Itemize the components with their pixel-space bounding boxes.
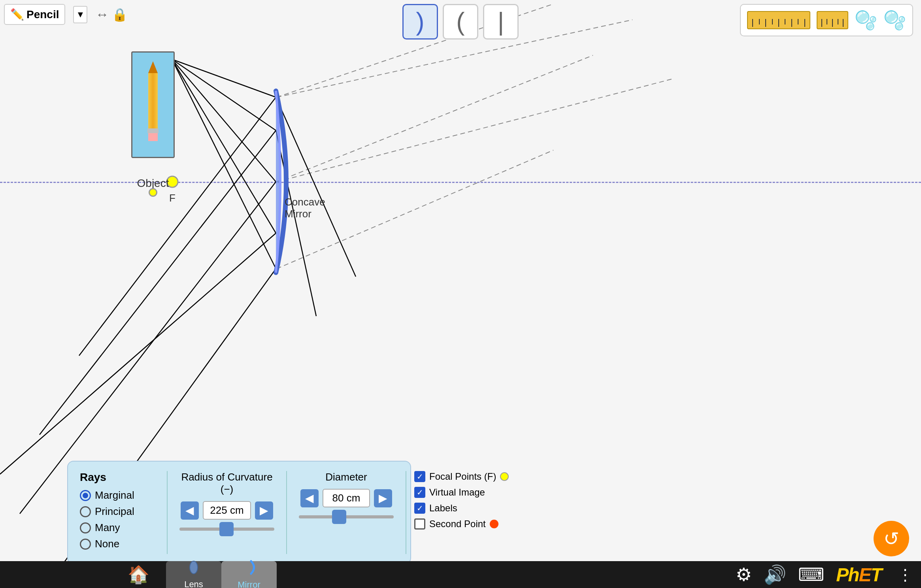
radio-marginal-btn[interactable] <box>80 490 91 501</box>
radius-slider-container <box>176 525 278 531</box>
checkboxes-section: Focal Points (F) Virtual Image Labels Se… <box>414 471 509 554</box>
svg-line-2 <box>277 55 593 182</box>
concave-lens-button[interactable]: ( <box>443 4 478 40</box>
pencil-object <box>131 51 175 158</box>
settings-icon[interactable]: ⚙ <box>736 564 752 585</box>
diameter-section: Diameter ◀ 80 cm ▶ <box>295 471 398 554</box>
pencil-button[interactable]: ✏️ Pencil <box>4 4 65 25</box>
second-point-dot <box>490 520 498 528</box>
radio-principal-btn[interactable] <box>80 506 91 517</box>
svg-text:Concave: Concave <box>285 196 325 208</box>
keyboard-icon[interactable]: ⌨ <box>798 564 824 585</box>
divider-1 <box>167 471 168 554</box>
radius-value: 225 cm <box>203 501 251 520</box>
nav-more-icon[interactable]: ⋮ <box>897 565 913 584</box>
drop-icon-1[interactable]: 🫧 <box>855 9 877 31</box>
divider-3 <box>406 471 406 554</box>
second-point-checkbox[interactable] <box>414 518 425 530</box>
svg-line-13 <box>0 233 276 474</box>
long-ruler[interactable] <box>747 11 810 29</box>
lock-icon[interactable]: 🔒 <box>112 7 128 22</box>
control-panel: Rays Marginal Principal Many None Radius… <box>67 461 411 564</box>
object-dot <box>149 188 157 197</box>
diameter-slider-thumb[interactable] <box>332 510 346 524</box>
svg-point-21 <box>190 561 198 574</box>
virtual-image-label: Virtual Image <box>429 487 485 498</box>
pencil-dropdown[interactable]: ▼ <box>73 6 87 23</box>
second-point-row[interactable]: Second Point <box>414 518 509 530</box>
virtual-image-checkbox[interactable] <box>414 487 425 498</box>
radio-marginal[interactable]: Marginal <box>80 489 159 501</box>
radius-increase-button[interactable]: ▶ <box>255 501 273 520</box>
tab-mirror[interactable]: Mirror <box>221 561 277 588</box>
tools-panel: 🫧 🫧 <box>740 4 913 36</box>
mirror-tab-label: Mirror <box>238 580 260 588</box>
labels-checkbox[interactable] <box>414 503 425 514</box>
focal-dot <box>500 472 509 481</box>
object-container[interactable]: Object <box>131 51 175 190</box>
home-icon: 🏠 <box>128 564 149 585</box>
radio-principal-label: Principal <box>95 505 134 518</box>
lens-tab-icon <box>186 560 202 579</box>
radio-none-label: None <box>95 538 119 550</box>
svg-line-10 <box>79 97 276 356</box>
radius-section: Radius of Curvature (−) ◀ 225 cm ▶ <box>176 471 278 554</box>
flip-icon[interactable]: ↔ <box>95 7 109 22</box>
diameter-decrease-button[interactable]: ◀ <box>300 489 319 507</box>
home-button[interactable]: 🏠 <box>119 561 158 588</box>
flat-lens-button[interactable]: | <box>483 4 519 40</box>
second-point-label: Second Point <box>429 518 486 530</box>
labels-row[interactable]: Labels <box>414 503 509 514</box>
drop-icon-2[interactable]: 🫧 <box>883 9 906 31</box>
diameter-slider[interactable] <box>299 515 394 518</box>
diameter-title: Diameter <box>295 471 398 483</box>
focal-points-label: Focal Points (F) <box>429 471 496 482</box>
radius-decrease-button[interactable]: ◀ <box>181 501 199 520</box>
nav-right: ⚙ 🔊 ⌨ PhET ⋮ <box>736 564 913 586</box>
svg-line-3 <box>277 79 672 182</box>
pencil-label: Pencil <box>26 8 59 21</box>
radius-slider-thumb[interactable] <box>219 522 234 536</box>
diameter-slider-container <box>295 513 398 518</box>
radio-many-btn[interactable] <box>80 522 91 533</box>
svg-text:F: F <box>169 192 176 204</box>
radio-marginal-label: Marginal <box>95 489 134 501</box>
radio-none[interactable]: None <box>80 538 159 550</box>
radio-none-btn[interactable] <box>80 539 91 550</box>
svg-line-6 <box>172 59 276 130</box>
radius-slider[interactable] <box>179 528 274 531</box>
svg-line-8 <box>172 59 276 233</box>
radio-many-label: Many <box>95 522 120 534</box>
tab-lens[interactable]: Lens <box>166 561 221 588</box>
top-toolbar: ✏️ Pencil ▼ ↔ 🔒 <box>4 4 128 25</box>
rays-title: Rays <box>80 471 159 484</box>
virtual-image-row[interactable]: Virtual Image <box>414 487 509 498</box>
flip-lock-group: ↔ 🔒 <box>95 7 128 22</box>
divider-2 <box>286 471 287 554</box>
focal-points-checkbox[interactable] <box>414 471 425 482</box>
diameter-spinner-row: ◀ 80 cm ▶ <box>295 489 398 507</box>
short-ruler[interactable] <box>817 11 848 29</box>
radio-principal[interactable]: Principal <box>80 505 159 518</box>
bottom-nav: 🏠 Lens Mirror ⚙ 🔊 ⌨ PhET ⋮ <box>0 561 921 588</box>
radio-many[interactable]: Many <box>80 522 159 534</box>
pencil-icon: ✏️ <box>10 8 24 21</box>
radius-spinner-row: ◀ 225 cm ▶ <box>176 501 278 520</box>
labels-label: Labels <box>429 503 457 514</box>
reset-button[interactable]: ↺ <box>874 521 909 556</box>
dropdown-arrow: ▼ <box>76 9 85 20</box>
phet-logo: PhET <box>836 564 881 586</box>
lens-buttons: ) ( | <box>402 4 519 40</box>
pencil-drawing <box>139 61 167 148</box>
svg-line-4 <box>277 150 553 269</box>
mirror-tab-icon <box>241 560 257 579</box>
diameter-value: 80 cm <box>323 489 370 507</box>
sound-icon[interactable]: 🔊 <box>764 564 786 585</box>
convex-lens-button[interactable]: ) <box>402 4 438 40</box>
diameter-increase-button[interactable]: ▶ <box>374 489 392 507</box>
focal-points-row[interactable]: Focal Points (F) <box>414 471 509 482</box>
svg-text:Mirror: Mirror <box>285 208 311 220</box>
rays-section: Rays Marginal Principal Many None <box>80 471 159 554</box>
reset-icon: ↺ <box>883 528 899 550</box>
lens-tab-label: Lens <box>184 579 203 588</box>
